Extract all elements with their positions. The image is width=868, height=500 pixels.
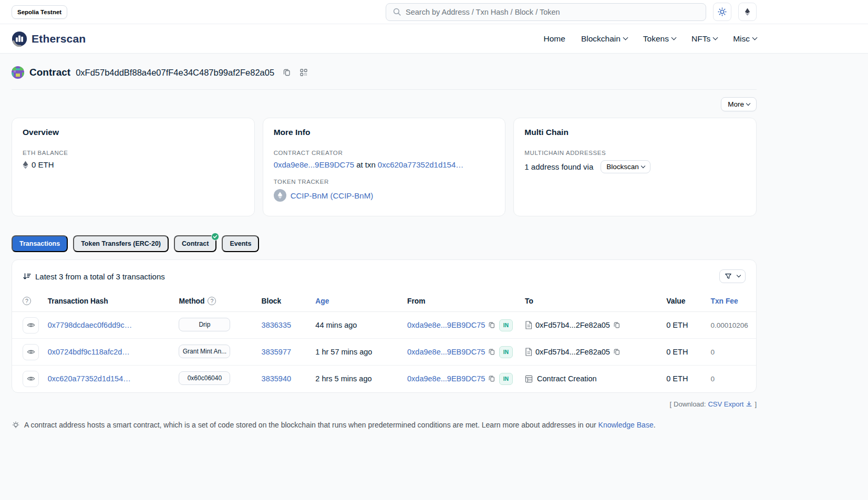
method-badge[interactable]: 0x60c06040 xyxy=(179,371,230,385)
funnel-icon xyxy=(725,273,732,280)
csv-export-link[interactable]: CSV Export xyxy=(708,400,743,408)
search-bar[interactable] xyxy=(386,3,706,21)
contract-description-note: A contract address hosts a smart contrac… xyxy=(12,421,757,430)
copy-address-icon[interactable] xyxy=(283,68,291,77)
note-text: A contract address hosts a smart contrac… xyxy=(24,421,596,429)
qr-code-icon[interactable] xyxy=(299,68,308,77)
tab-token-transfers[interactable]: Token Transfers (ERC-20) xyxy=(73,235,169,252)
filter-button[interactable] xyxy=(719,269,746,283)
eth-balance-label: ETH BALANCE xyxy=(23,150,244,156)
tx-preview-eye-button[interactable] xyxy=(23,317,39,334)
theme-toggle-button[interactable] xyxy=(713,3,731,21)
to-address[interactable]: 0xFd57b4...2Fe82a05 xyxy=(535,321,610,329)
table-header-row: ? Transaction Hash Method? Block Age Fro… xyxy=(12,291,756,312)
nav-nfts[interactable]: NFTs xyxy=(691,34,717,44)
block-link[interactable]: 3835940 xyxy=(262,374,291,383)
main-nav: Home Blockchain Tokens NFTs Misc xyxy=(544,34,757,44)
nav-home[interactable]: Home xyxy=(544,34,565,44)
tx-hash-link[interactable]: 0x7798dcdaec0f6dd9c… xyxy=(48,321,132,329)
age-cell: 2 hrs 5 mins ago xyxy=(313,366,405,392)
from-address-link[interactable]: 0xda9e8e...9EB9DC75 xyxy=(407,321,485,329)
contract-address: 0xFd57b4ddBf88a4e07fF4e34C487b99af2Fe82a… xyxy=(76,68,274,78)
more-info-card: More Info CONTRACT CREATOR 0xda9e8e...9E… xyxy=(263,118,506,216)
copy-icon[interactable] xyxy=(613,348,621,356)
contract-verified-icon xyxy=(211,233,219,241)
nav-blockchain[interactable]: Blockchain xyxy=(581,34,627,44)
chevron-down-icon xyxy=(737,273,741,277)
block-link[interactable]: 3835977 xyxy=(262,348,291,356)
tab-transactions[interactable]: Transactions xyxy=(12,235,68,252)
tx-preview-eye-button[interactable] xyxy=(23,371,39,387)
nav-misc[interactable]: Misc xyxy=(733,34,757,44)
block-link[interactable]: 3836335 xyxy=(262,321,291,329)
tab-contract[interactable]: Contract xyxy=(174,235,216,252)
multichain-provider-select[interactable]: Blockscan xyxy=(601,160,650,173)
txn-fee-cell: 0 xyxy=(709,339,756,366)
top-bar: Sepolia Testnet xyxy=(0,0,868,24)
page-title: Contract xyxy=(29,67,70,78)
column-txn-fee-toggle[interactable]: Txn Fee xyxy=(709,291,756,312)
chevron-down-icon xyxy=(623,35,628,40)
download-label: Download: xyxy=(674,400,706,408)
multichain-addresses-label: MULTICHAIN ADDRESSES xyxy=(524,150,746,156)
more-dropdown-button[interactable]: More xyxy=(721,97,757,111)
download-row: [ Download: CSV Export ] xyxy=(12,400,757,408)
knowledge-base-link[interactable]: Knowledge Base xyxy=(598,421,654,429)
column-value: Value xyxy=(664,291,708,312)
overview-card: Overview ETH BALANCE 0 ETH xyxy=(12,118,255,216)
to-contract-creation[interactable]: Contract Creation xyxy=(536,374,597,383)
etherscan-logo-icon xyxy=(12,31,27,47)
bracket: ] xyxy=(755,400,757,408)
column-transaction-hash: Transaction Hash xyxy=(46,291,177,312)
txn-fee-cell: 0 xyxy=(709,366,756,392)
multichain-card: Multi Chain MULTICHAIN ADDRESSES 1 addre… xyxy=(513,118,757,216)
creator-address-link[interactable]: 0xda9e8e...9EB9DC75 xyxy=(274,160,354,169)
token-logo-icon xyxy=(274,189,286,202)
tx-hash-link[interactable]: 0xc620a77352d1d154… xyxy=(48,374,131,383)
sort-icon xyxy=(23,272,31,280)
tab-events[interactable]: Events xyxy=(222,235,259,252)
eth-diamond-icon xyxy=(23,161,28,169)
transactions-panel: Latest 3 from a total of 3 transactions xyxy=(12,259,757,393)
transactions-summary-text: Latest 3 from a total of 3 transactions xyxy=(35,272,165,281)
tx-preview-eye-button[interactable] xyxy=(23,344,39,360)
creator-at-txn-text: at txn xyxy=(356,160,376,169)
main-header: Etherscan Home Blockchain Tokens NFTs Mi… xyxy=(0,24,868,54)
to-address[interactable]: 0xFd57b4...2Fe82a05 xyxy=(535,348,610,356)
chevron-down-icon xyxy=(752,35,758,40)
token-tracker-link[interactable]: CCIP-BnM (CCIP-BnM) xyxy=(291,191,374,200)
multichain-found-text: 1 address found via xyxy=(524,162,593,171)
from-address-link[interactable]: 0xda9e8e...9EB9DC75 xyxy=(407,348,485,356)
help-icon[interactable]: ? xyxy=(23,297,31,305)
copy-icon[interactable] xyxy=(488,348,495,356)
etherscan-logo[interactable]: Etherscan xyxy=(12,31,86,47)
copy-icon[interactable] xyxy=(488,321,495,329)
transaction-row: 0x7798dcdaec0f6dd9c… Drip 3836335 44 min… xyxy=(12,312,756,339)
method-badge[interactable]: Drip xyxy=(179,318,230,331)
download-icon[interactable] xyxy=(746,401,752,408)
age-cell: 1 hr 57 mins ago xyxy=(313,339,405,366)
sun-icon xyxy=(718,7,727,16)
contract-file-icon xyxy=(525,321,532,329)
title-divider xyxy=(12,89,757,90)
transaction-row: 0x0724bdf9c118afc2d… Grant Mint An... 38… xyxy=(12,339,756,366)
nav-tokens[interactable]: Tokens xyxy=(643,34,676,44)
tx-hash-link[interactable]: 0x0724bdf9c118afc2d… xyxy=(48,348,130,356)
method-badge[interactable]: Grant Mint An... xyxy=(179,345,230,358)
value-cell: 0 ETH xyxy=(664,312,708,339)
contract-file-icon xyxy=(525,348,532,356)
multichain-card-title: Multi Chain xyxy=(524,128,746,137)
search-input[interactable] xyxy=(406,8,699,16)
chevron-down-icon xyxy=(713,35,718,40)
network-badge[interactable]: Sepolia Testnet xyxy=(12,5,67,19)
from-address-link[interactable]: 0xda9e8e...9EB9DC75 xyxy=(407,374,485,383)
token-tracker-label: TOKEN TRACKER xyxy=(274,179,495,185)
copy-icon[interactable] xyxy=(488,375,495,382)
help-icon[interactable]: ? xyxy=(208,297,216,305)
note-suffix: . xyxy=(654,421,656,429)
copy-icon[interactable] xyxy=(613,321,621,329)
column-age-toggle[interactable]: Age xyxy=(313,291,405,312)
creation-txn-link[interactable]: 0xc620a77352d1d154… xyxy=(378,160,463,169)
bracket: [ xyxy=(669,400,671,408)
network-switch-button[interactable] xyxy=(738,3,757,21)
